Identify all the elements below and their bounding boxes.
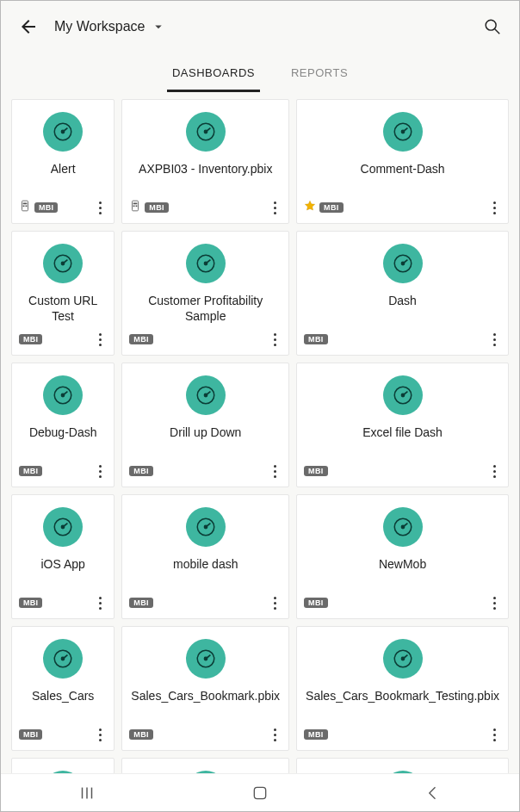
search-button[interactable] — [483, 17, 502, 36]
dashboard-card[interactable]: Customer Profitability SampleMBI — [121, 231, 289, 356]
workspace-title: My Workspace — [54, 19, 145, 34]
classification-badge: MBI — [129, 598, 152, 608]
nav-back-button[interactable] — [412, 780, 455, 806]
dashboard-icon-circle — [43, 507, 83, 547]
dashboard-title: Sales_Cars — [23, 689, 102, 704]
card-footer: MBI — [129, 197, 283, 218]
dashboard-card[interactable]: Excel file DashMBI — [296, 363, 509, 487]
more-options-button[interactable] — [486, 724, 503, 745]
dashboard-icon-circle — [186, 244, 226, 283]
dashboard-title: Custom URL Test — [12, 294, 114, 324]
classification-badge: MBI — [129, 334, 152, 344]
svg-rect-12 — [133, 201, 139, 211]
dashboard-icon-circle — [186, 507, 226, 547]
classification-badge: MBI — [304, 466, 327, 476]
home-button[interactable] — [238, 780, 282, 806]
gauge-icon — [195, 516, 217, 538]
svg-rect-15 — [136, 205, 138, 207]
arrow-left-icon — [18, 16, 39, 37]
card-footer: MBI — [129, 592, 283, 613]
dashboard-card[interactable]: AXPBI03 - Inventory.pbixMBI — [121, 99, 289, 224]
more-options-button[interactable] — [91, 724, 108, 745]
more-options-button[interactable] — [91, 461, 108, 481]
dashboard-title: Sales_Cars_Bookmark.pbix — [122, 689, 288, 704]
recents-icon — [77, 784, 96, 803]
card-footer: MBI — [304, 724, 503, 745]
dashboard-title: mobile dash — [164, 557, 247, 573]
gauge-icon — [392, 384, 414, 406]
star-icon — [304, 200, 316, 212]
dashboard-card[interactable] — [296, 758, 509, 773]
dashboard-title: Excel file Dash — [354, 425, 451, 441]
workspace-selector[interactable]: My Workspace — [54, 19, 166, 34]
app-frame: My Workspace DASHBOARDS REPORTS AlertMBI… — [0, 0, 520, 812]
more-options-button[interactable] — [486, 197, 503, 218]
dashboard-icon-circle — [383, 375, 423, 415]
tabs: DASHBOARDS REPORTS — [1, 46, 519, 92]
dashboard-card[interactable]: AlertMBI — [11, 99, 115, 224]
dashboard-card[interactable]: Custom URL TestMBI — [11, 231, 115, 356]
tab-dashboards[interactable]: DASHBOARDS — [167, 59, 260, 92]
recents-button[interactable] — [65, 780, 108, 806]
dashboard-card[interactable] — [11, 758, 115, 773]
dashboard-icon-circle — [43, 771, 83, 773]
dashboard-card[interactable]: NewMobMBI — [296, 494, 509, 619]
gauge-icon — [195, 384, 217, 406]
home-icon — [251, 784, 269, 802]
svg-rect-5 — [22, 201, 28, 211]
more-options-button[interactable] — [266, 197, 283, 218]
phone-layout-indicator — [129, 200, 141, 215]
classification-badge: MBI — [304, 598, 327, 608]
classification-badge: MBI — [304, 334, 327, 344]
svg-rect-6 — [23, 203, 28, 205]
dashboard-card[interactable]: Debug-DashMBI — [11, 363, 115, 487]
card-footer: MBI — [129, 329, 283, 350]
card-footer: MBI — [19, 724, 108, 745]
topbar: My Workspace — [1, 1, 519, 46]
classification-badge: MBI — [19, 466, 42, 476]
more-options-button[interactable] — [486, 592, 503, 613]
more-options-button[interactable] — [91, 197, 108, 218]
gauge-icon — [392, 516, 414, 538]
gauge-icon — [52, 516, 74, 538]
more-options-button[interactable] — [266, 329, 283, 350]
dashboard-card[interactable]: Comment-DashMBI — [296, 99, 509, 224]
card-footer: MBI — [129, 724, 283, 745]
more-options-button[interactable] — [266, 461, 283, 481]
card-footer: MBI — [19, 592, 108, 613]
more-options-button[interactable] — [91, 592, 108, 613]
classification-badge: MBI — [319, 202, 343, 213]
more-options-button[interactable] — [91, 329, 108, 350]
back-button[interactable] — [18, 16, 39, 37]
phone-layout-indicator — [19, 200, 31, 215]
dashboard-icon-circle — [383, 639, 423, 679]
classification-badge: MBI — [19, 729, 42, 740]
card-footer: MBI — [304, 461, 503, 481]
phone-layout-icon — [129, 200, 141, 212]
dashboard-card[interactable]: Sales_Cars_Bookmark.pbixMBI — [121, 626, 289, 751]
dashboard-title: Drill up Down — [161, 425, 250, 441]
dashboard-icon-circle — [383, 244, 423, 283]
gauge-icon — [392, 648, 414, 670]
dashboard-card[interactable]: Sales_Cars_Bookmark_Testing.pbixMBI — [296, 626, 509, 751]
dashboard-card[interactable]: Sales_CarsMBI — [11, 626, 115, 751]
dashboard-card[interactable]: iOS AppMBI — [11, 494, 115, 619]
more-options-button[interactable] — [266, 724, 283, 745]
dashboard-card[interactable] — [121, 758, 289, 773]
dashboard-title: Alert — [42, 162, 84, 177]
dashboard-card[interactable]: Drill up DownMBI — [121, 363, 289, 487]
dashboard-title: Sales_Cars_Bookmark_Testing.pbix — [297, 689, 508, 704]
more-options-button[interactable] — [266, 592, 283, 613]
dashboard-title: Debug-Dash — [21, 425, 106, 441]
dashboard-icon-circle — [186, 375, 226, 415]
dashboard-card[interactable]: DashMBI — [296, 231, 509, 356]
dashboard-card[interactable]: mobile dashMBI — [121, 494, 289, 619]
more-options-button[interactable] — [486, 329, 503, 350]
phone-layout-icon — [19, 200, 31, 212]
more-options-button[interactable] — [486, 461, 503, 481]
dashboard-title: Dash — [380, 294, 425, 309]
classification-badge: MBI — [19, 334, 42, 344]
classification-badge: MBI — [129, 466, 152, 476]
content-scroll[interactable]: AlertMBIAXPBI03 - Inventory.pbixMBIComme… — [1, 92, 519, 773]
tab-reports[interactable]: REPORTS — [286, 59, 353, 92]
